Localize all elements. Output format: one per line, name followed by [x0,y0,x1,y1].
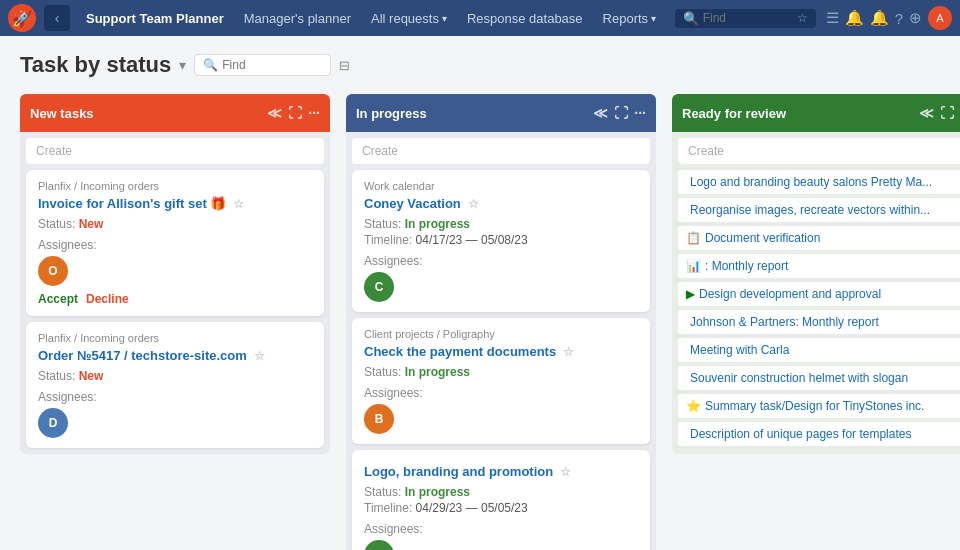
list-item[interactable]: Johnson & Partners: Monthly report [678,310,960,334]
card-assignees: Assignees: O [38,237,312,286]
list-item[interactable]: Description of unique pages for template… [678,422,960,446]
column-ready-for-review: Ready for review ≪ ⛶ ··· Create Logo and… [672,94,960,454]
card-title[interactable]: Check the payment documents ☆ [364,344,638,359]
card-order-5417: Planfix / Incoming orders Order №5417 / … [26,322,324,448]
main-content: Task by status ▾ 🔍 ⊟ New tasks ≪ ⛶ ··· C… [0,36,960,550]
column-review-body: Create Logo and branding beauty salons P… [672,132,960,454]
avatar: C [364,272,394,302]
card-breadcrumb: Client projects / Poligraphy [364,328,638,340]
column-in-progress-body: Create Work calendar Coney Vacation ☆ St… [346,132,656,550]
collapse-icon[interactable]: ≪ [267,105,282,121]
list-item[interactable]: Reorganise images, recreate vectors with… [678,198,960,222]
page-search-input[interactable] [222,58,322,72]
menu-icon[interactable]: ☰ [826,9,839,27]
column-new-tasks-body: Create Planfix / Incoming orders Invoice… [20,132,330,454]
card-title[interactable]: Order №5417 / techstore-site.com ☆ [38,348,312,363]
card-actions: Accept Decline [38,292,312,306]
page-search-box: 🔍 [194,54,331,76]
create-task-inprogress[interactable]: Create [352,138,650,164]
card-status: Status: New [38,217,312,231]
card-coney-vacation: Work calendar Coney Vacation ☆ Status: I… [352,170,650,312]
notification-icon[interactable]: 🔔 [870,9,889,27]
layers-icon[interactable]: ⊕ [909,9,922,27]
column-new-tasks: New tasks ≪ ⛶ ··· Create Planfix / Incom… [20,94,330,454]
card-timeline: Timeline: 04/17/23 — 05/08/23 [364,233,638,247]
column-in-progress-header: In progress ≪ ⛶ ··· [346,94,656,132]
more-icon[interactable]: ··· [308,105,320,121]
card-timeline: Timeline: 04/29/23 — 05/05/23 [364,501,638,515]
item-icon: ⭐ [686,399,701,413]
bookmark-icon: ☆ [797,11,808,25]
list-item[interactable]: ▶ Design development and approval [678,282,960,306]
collapse-icon[interactable]: ≪ [593,105,608,121]
nav-reports[interactable]: Reports ▾ [595,11,665,26]
kanban-board: New tasks ≪ ⛶ ··· Create Planfix / Incom… [20,94,940,550]
star-icon[interactable]: ☆ [560,465,571,479]
help-icon[interactable]: ? [895,10,903,27]
accept-button[interactable]: Accept [38,292,78,306]
user-avatar[interactable]: A [928,6,952,30]
search-icon: 🔍 [683,11,699,26]
bell-icon[interactable]: 🔔 [845,9,864,27]
card-logo-branding: Logo, branding and promotion ☆ Status: I… [352,450,650,550]
top-search: 🔍 ☆ [675,9,816,28]
nav-managers-planner[interactable]: Manager's planner [236,11,359,26]
star-icon[interactable]: ☆ [254,349,265,363]
page-title-arrow[interactable]: ▾ [179,57,186,73]
card-assignees: Assignees: G [364,521,638,550]
back-button[interactable]: ‹ [44,5,70,31]
review-list: Logo and branding beauty salons Pretty M… [678,170,960,448]
star-icon[interactable]: ☆ [468,197,479,211]
item-icon: ▶ [686,287,695,301]
avatar: G [364,540,394,550]
card-status: Status: In progress [364,365,638,379]
list-item[interactable]: Logo and branding beauty salons Pretty M… [678,170,960,194]
top-search-input[interactable] [703,11,793,25]
top-navigation: 🚀 ‹ Support Team Planner Manager's plann… [0,0,960,36]
column-in-progress-icons: ≪ ⛶ ··· [593,105,646,121]
card-title[interactable]: Invoice for Allison's gift set 🎁 ☆ [38,196,312,211]
list-item[interactable]: 📊 : Monthly report [678,254,960,278]
column-new-tasks-header: New tasks ≪ ⛶ ··· [20,94,330,132]
column-review-icons: ≪ ⛶ ··· [919,105,960,121]
expand-icon[interactable]: ⛶ [940,105,954,121]
list-item[interactable]: Souvenir construction helmet with slogan [678,366,960,390]
filter-icon[interactable]: ⊟ [339,58,350,73]
card-assignees: Assignees: C [364,253,638,302]
card-payment-documents: Client projects / Poligraphy Check the p… [352,318,650,444]
card-invoice-allison: Planfix / Incoming orders Invoice for Al… [26,170,324,316]
card-status: Status: In progress [364,485,638,499]
column-review-title: Ready for review [682,106,919,121]
column-in-progress: In progress ≪ ⛶ ··· Create Work calendar… [346,94,656,550]
expand-icon[interactable]: ⛶ [614,105,628,121]
column-in-progress-title: In progress [356,106,593,121]
card-title[interactable]: Logo, branding and promotion ☆ [364,464,638,479]
decline-button[interactable]: Decline [86,292,129,306]
nav-all-requests[interactable]: All requests ▾ [363,11,455,26]
card-assignees: Assignees: D [38,389,312,438]
nav-response-database[interactable]: Response database [459,11,591,26]
list-item[interactable]: ⭐ Summary task/Design for TinyStones inc… [678,394,960,418]
star-icon[interactable]: ☆ [233,197,244,211]
card-breadcrumb: Work calendar [364,180,638,192]
card-status: Status: In progress [364,217,638,231]
item-icon: 📊 [686,259,701,273]
list-item[interactable]: 📋 Document verification [678,226,960,250]
page-title: Task by status [20,52,171,78]
list-item[interactable]: Meeting with Carla [678,338,960,362]
collapse-icon[interactable]: ≪ [919,105,934,121]
card-assignees: Assignees: B [364,385,638,434]
star-icon[interactable]: ☆ [563,345,574,359]
card-title[interactable]: Coney Vacation ☆ [364,196,638,211]
create-task-new[interactable]: Create [26,138,324,164]
expand-icon[interactable]: ⛶ [288,105,302,121]
card-status: Status: New [38,369,312,383]
create-task-review[interactable]: Create [678,138,960,164]
nav-support-team-planner[interactable]: Support Team Planner [78,11,232,26]
avatar: B [364,404,394,434]
card-breadcrumb: Planfix / Incoming orders [38,332,312,344]
more-icon[interactable]: ··· [634,105,646,121]
page-search-icon: 🔍 [203,58,218,72]
nav-icon-group: ☰ 🔔 🔔 ? ⊕ A [826,6,952,30]
card-breadcrumb: Planfix / Incoming orders [38,180,312,192]
